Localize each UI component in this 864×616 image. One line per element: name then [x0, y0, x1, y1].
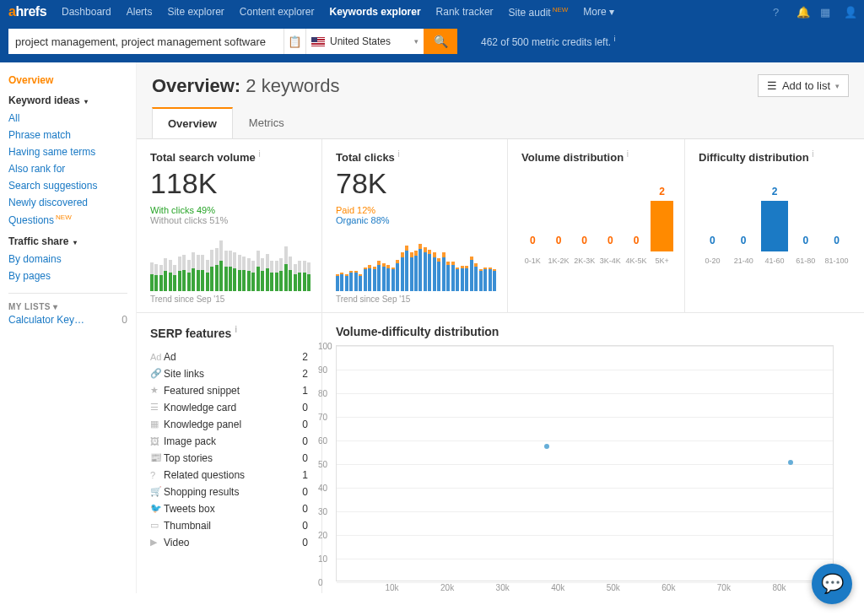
serp-count: 2: [302, 351, 308, 363]
serp-count: 1: [302, 385, 308, 397]
sidebar-item-by-pages[interactable]: By pages: [8, 267, 127, 284]
tab-metrics[interactable]: Metrics: [233, 107, 300, 138]
nav-more[interactable]: More ▾: [583, 6, 614, 19]
tsv-trend-chart: [150, 240, 310, 291]
serp-row: ?Related questions1: [150, 467, 308, 484]
scatter-title: Volume-difficulty distribution: [336, 325, 850, 338]
chevron-down-icon: ▾: [835, 82, 840, 90]
nav-alerts[interactable]: Alerts: [127, 6, 153, 19]
logo[interactable]: ahrefs: [8, 4, 46, 19]
serp-name: Image pack: [164, 435, 302, 447]
info-icon[interactable]: i: [258, 149, 260, 159]
sidebar-keyword-ideas-title[interactable]: Keyword ideas ▾: [8, 95, 127, 106]
card-title: Total clicks i: [336, 149, 494, 164]
serp-icon: ▭: [150, 520, 164, 531]
nav-site-audit[interactable]: Site auditNEW: [509, 6, 569, 19]
serp-name: Thumbnail: [164, 520, 302, 532]
tc-value: 78K: [336, 167, 494, 200]
info-icon[interactable]: i: [397, 149, 399, 159]
chevron-down-icon: ▾: [414, 37, 418, 46]
trend-label: Trend since Sep '15: [336, 294, 494, 304]
paste-button[interactable]: 📋: [284, 29, 305, 54]
serp-name: Featured snippet: [164, 385, 302, 397]
new-badge: NEW: [56, 213, 72, 221]
card-volume-distribution: Volume distribution i 00-1K01K-2K02K-3K0…: [508, 139, 685, 312]
list-count: 0: [122, 314, 127, 326]
second-row: SERP features i AdAd2🔗Site links2★Featur…: [137, 312, 864, 593]
sidebar-item-questions[interactable]: QuestionsNEW: [8, 211, 127, 229]
sidebar-mylists-title[interactable]: MY LISTS ▾: [8, 302, 127, 311]
info-icon[interactable]: i: [613, 35, 615, 43]
us-flag-icon: [311, 37, 325, 46]
info-icon[interactable]: i: [235, 325, 237, 334]
tc-organic: Organic 88%: [336, 215, 494, 225]
credits-text: 462 of 500 metric credits left. i: [481, 35, 615, 48]
serp-icon: ▶: [150, 537, 164, 548]
top-icons: ? 🔔 ▦ 👤: [773, 6, 856, 18]
search-icon: 🔍: [434, 35, 448, 48]
chevron-down-icon: ▾: [84, 98, 88, 105]
serp-name: Site links: [164, 368, 302, 380]
serp-count: 0: [302, 419, 308, 430]
sidebar-item-phrase-match[interactable]: Phrase match: [8, 127, 127, 143]
scatter-point[interactable]: [788, 460, 793, 465]
serp-count: 0: [302, 486, 308, 498]
serp-icon: ☰: [150, 402, 164, 413]
sidebar-item-newly-discovered[interactable]: Newly discovered: [8, 194, 127, 211]
sidebar-overview[interactable]: Overview: [8, 74, 127, 86]
clipboard-icon: 📋: [288, 35, 302, 48]
sidebar-list-item[interactable]: Calculator Key… 0: [8, 311, 127, 328]
nav-site-explorer[interactable]: Site explorer: [167, 6, 224, 19]
tc-paid: Paid 12%: [336, 205, 494, 215]
difficulty-dist-chart: 00-20021-40241-60061-80081-100: [699, 197, 850, 265]
search-bar: 📋 United States ▾ 🔍 462 of 500 metric cr…: [0, 24, 864, 62]
volume-dist-chart: 00-1K01K-2K02K-3K03K-4K04K-5K25K+: [521, 197, 673, 265]
serp-row: AdAd2: [150, 349, 308, 365]
nav-rank-tracker[interactable]: Rank tracker: [436, 6, 494, 19]
sidebar-item-search-suggestions[interactable]: Search suggestions: [8, 177, 127, 194]
sidebar-item-same-terms[interactable]: Having same terms: [8, 143, 127, 160]
serp-name: Ad: [164, 351, 302, 363]
serp-title: SERP features i: [150, 325, 308, 340]
add-to-list-button[interactable]: ☰ Add to list ▾: [758, 74, 849, 97]
tab-overview[interactable]: Overview: [152, 107, 233, 138]
serp-count: 0: [302, 537, 308, 548]
serp-name: Related questions: [164, 469, 302, 481]
bell-icon[interactable]: 🔔: [796, 6, 808, 18]
info-icon[interactable]: i: [812, 149, 813, 159]
serp-icon: 📰: [150, 452, 164, 463]
card-title: Total search volume i: [150, 149, 308, 164]
sidebar-item-all[interactable]: All: [8, 110, 127, 127]
main-content: Overview: 2 keywords ☰ Add to list ▾ Ove…: [137, 62, 864, 593]
sidebar-item-by-domains[interactable]: By domains: [8, 251, 127, 267]
serp-name: Video: [164, 537, 302, 548]
card-difficulty-distribution: Difficulty distribution i 00-20021-40241…: [685, 139, 864, 312]
grid-icon[interactable]: ▦: [820, 6, 832, 18]
serp-count: 0: [302, 503, 308, 515]
sidebar-traffic-share-title[interactable]: Traffic share ▾: [8, 235, 127, 247]
scatter-point[interactable]: [544, 444, 549, 449]
user-icon[interactable]: 👤: [844, 6, 856, 18]
search-button[interactable]: 🔍: [424, 29, 457, 54]
serp-row: ▭Thumbnail0: [150, 517, 308, 534]
add-to-list-label: Add to list: [782, 79, 830, 92]
card-total-search-volume: Total search volume i 118K With clicks 4…: [137, 139, 322, 312]
serp-row: ▶Video0: [150, 534, 308, 551]
nav-dashboard[interactable]: Dashboard: [62, 6, 111, 19]
help-icon[interactable]: ?: [773, 6, 785, 18]
tc-trend-chart: [336, 240, 496, 291]
serp-icon: 🖼: [150, 436, 164, 446]
country-select[interactable]: United States ▾: [305, 29, 424, 54]
info-icon[interactable]: i: [627, 149, 629, 159]
serp-row: ☰Knowledge card0: [150, 399, 308, 416]
search-box: 📋 United States ▾ 🔍: [8, 29, 457, 54]
serp-icon: 🛒: [150, 486, 164, 497]
serp-name: Top stories: [164, 452, 302, 464]
sidebar-item-also-rank[interactable]: Also rank for: [8, 160, 127, 177]
keyword-input[interactable]: [8, 29, 284, 54]
chat-icon: 💬: [821, 573, 844, 593]
nav-keywords-explorer[interactable]: Keywords explorer: [330, 6, 421, 19]
nav-content-explorer[interactable]: Content explorer: [240, 6, 315, 19]
serp-icon: ★: [150, 385, 164, 396]
card-title: Difficulty distribution i: [699, 149, 850, 164]
